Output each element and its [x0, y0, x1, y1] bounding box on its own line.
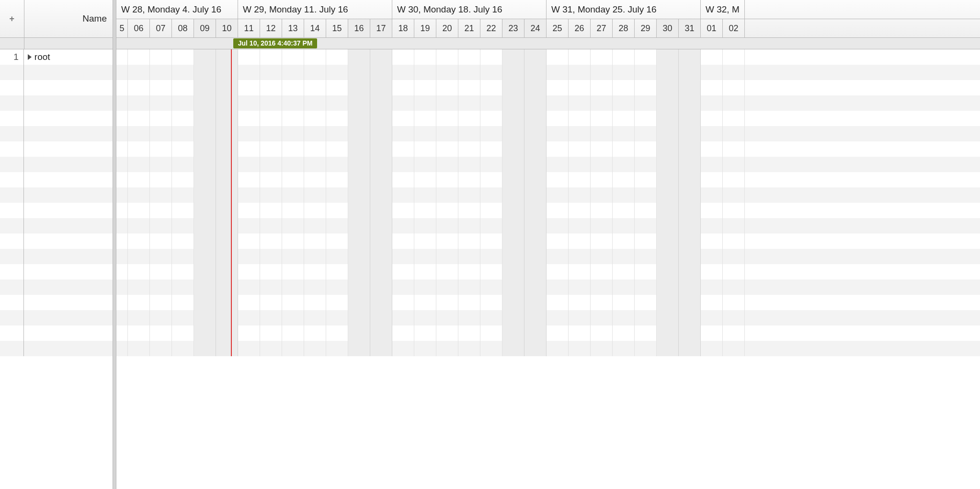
- row-name-cell[interactable]: [24, 233, 113, 249]
- timeline-cell[interactable]: [436, 126, 458, 141]
- timeline-cell[interactable]: [392, 295, 414, 310]
- timeline-cell[interactable]: [723, 111, 745, 126]
- column-header-name[interactable]: Name: [24, 0, 113, 37]
- timeline-cell[interactable]: [635, 172, 657, 187]
- timeline-cell[interactable]: [458, 295, 480, 310]
- timeline-cell[interactable]: [591, 187, 613, 203]
- timeline-cell[interactable]: [701, 187, 723, 203]
- timeline-cell[interactable]: [701, 126, 723, 141]
- timeline-cell[interactable]: [436, 49, 458, 65]
- timeline-cell[interactable]: [657, 157, 679, 172]
- timeline-cell[interactable]: [194, 326, 216, 341]
- timeline-cell[interactable]: [613, 326, 635, 341]
- timeline-row[interactable]: [116, 80, 980, 95]
- timeline-cell[interactable]: [304, 264, 326, 279]
- timeline-cell[interactable]: [458, 203, 480, 218]
- timeline-cell[interactable]: [436, 326, 458, 341]
- timeline-cell[interactable]: [547, 95, 569, 111]
- timeline-cell[interactable]: [657, 203, 679, 218]
- timeline-cell[interactable]: [370, 341, 392, 356]
- timeline-cell[interactable]: [348, 203, 370, 218]
- timeline-cell[interactable]: [458, 264, 480, 279]
- timeline-cell[interactable]: [524, 95, 547, 111]
- timeline-cell[interactable]: [679, 218, 701, 233]
- timeline-cell[interactable]: [260, 249, 282, 264]
- timeline-cell[interactable]: [282, 341, 304, 356]
- timeline-cell[interactable]: [547, 341, 569, 356]
- timeline-cell[interactable]: [591, 341, 613, 356]
- timeline-cell[interactable]: [591, 326, 613, 341]
- timeline-cell[interactable]: [657, 341, 679, 356]
- row-name-cell[interactable]: [24, 65, 113, 80]
- timeline-cell[interactable]: [392, 279, 414, 295]
- timeline-cell[interactable]: [502, 187, 524, 203]
- timeline-cell[interactable]: [458, 80, 480, 95]
- timeline-cell[interactable]: [613, 172, 635, 187]
- timeline-cell[interactable]: [150, 157, 172, 172]
- day-header[interactable]: 14: [304, 19, 326, 37]
- timeline-cell[interactable]: [613, 126, 635, 141]
- timeline-cell[interactable]: [635, 249, 657, 264]
- timeline-cell[interactable]: [238, 141, 260, 157]
- timeline-cell[interactable]: [436, 141, 458, 157]
- timeline-cell[interactable]: [701, 249, 723, 264]
- day-header[interactable]: 29: [635, 19, 657, 37]
- timeline-cell[interactable]: [591, 310, 613, 326]
- row-name-cell[interactable]: [24, 326, 113, 341]
- timeline-cell[interactable]: [414, 187, 436, 203]
- timeline-cell[interactable]: [502, 49, 524, 65]
- timeline-cell[interactable]: [150, 203, 172, 218]
- timeline-cell[interactable]: [348, 233, 370, 249]
- timeline-cell[interactable]: [679, 126, 701, 141]
- timeline-cell[interactable]: [172, 233, 194, 249]
- timeline-cell[interactable]: [370, 111, 392, 126]
- timeline-cell[interactable]: [172, 218, 194, 233]
- timeline-cell[interactable]: [547, 264, 569, 279]
- timeline-cell[interactable]: [524, 279, 547, 295]
- timeline-cell[interactable]: [635, 218, 657, 233]
- timeline-cell[interactable]: [326, 95, 348, 111]
- timeline-cell[interactable]: [723, 341, 745, 356]
- timeline-cell[interactable]: [216, 341, 238, 356]
- timeline-cell[interactable]: [480, 111, 502, 126]
- timeline-cell[interactable]: [150, 49, 172, 65]
- timeline-cell[interactable]: [524, 80, 547, 95]
- timeline-cell[interactable]: [701, 295, 723, 310]
- timeline-cell[interactable]: [436, 65, 458, 80]
- timeline-cell[interactable]: [414, 172, 436, 187]
- timeline-cell[interactable]: [116, 65, 128, 80]
- timeline-cell[interactable]: [116, 279, 128, 295]
- timeline-cell[interactable]: [172, 341, 194, 356]
- timeline-cell[interactable]: [116, 203, 128, 218]
- timeline-cell[interactable]: [701, 65, 723, 80]
- timeline-cell[interactable]: [392, 141, 414, 157]
- timeline-cell[interactable]: [238, 157, 260, 172]
- timeline-cell[interactable]: [172, 111, 194, 126]
- timeline-cell[interactable]: [282, 233, 304, 249]
- week-header[interactable]: W 32, M: [701, 0, 745, 19]
- timeline-cell[interactable]: [657, 111, 679, 126]
- timeline-cell[interactable]: [238, 233, 260, 249]
- timeline-cell[interactable]: [150, 187, 172, 203]
- timeline-cell[interactable]: [613, 49, 635, 65]
- timeline-cell[interactable]: [679, 326, 701, 341]
- timeline-cell[interactable]: [480, 295, 502, 310]
- row-name-cell[interactable]: [24, 203, 113, 218]
- timeline-cell[interactable]: [304, 326, 326, 341]
- timeline-cell[interactable]: [194, 111, 216, 126]
- timeline-panel[interactable]: W 28, Monday 4. July 16W 29, Monday 11. …: [116, 0, 980, 489]
- day-header[interactable]: 5: [116, 19, 128, 37]
- timeline-cell[interactable]: [370, 264, 392, 279]
- timeline-cell[interactable]: [304, 295, 326, 310]
- table-row[interactable]: [0, 310, 113, 326]
- timeline-cell[interactable]: [591, 157, 613, 172]
- timeline-cell[interactable]: [547, 233, 569, 249]
- add-row-button[interactable]: +: [0, 0, 24, 37]
- day-header[interactable]: 10: [216, 19, 238, 37]
- timeline-cell[interactable]: [304, 141, 326, 157]
- timeline-cell[interactable]: [613, 233, 635, 249]
- timeline-cell[interactable]: [723, 233, 745, 249]
- timeline-cell[interactable]: [414, 203, 436, 218]
- timeline-cell[interactable]: [458, 326, 480, 341]
- day-header[interactable]: 06: [128, 19, 150, 37]
